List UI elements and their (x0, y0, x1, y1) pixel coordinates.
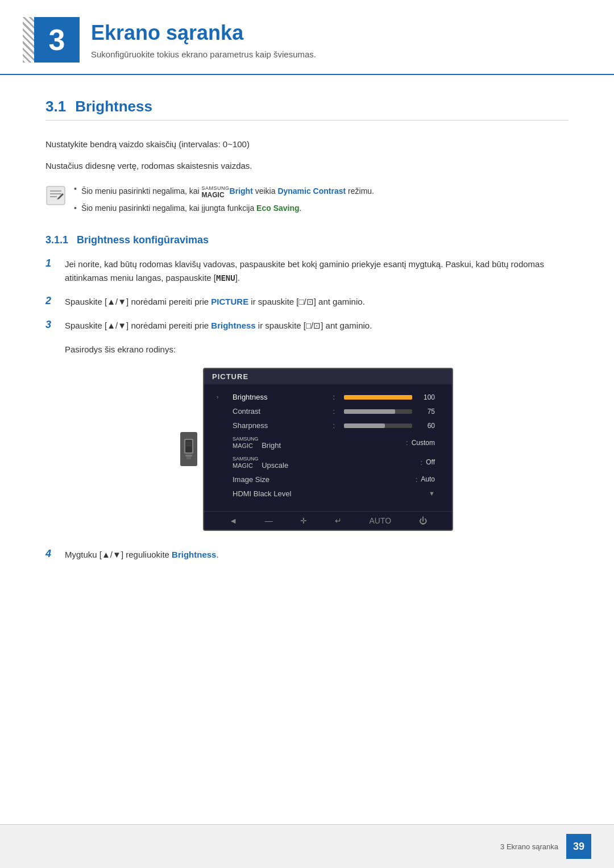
menu-label-brightness: Brightness (233, 393, 329, 401)
page-header: 3 Ekrano sąranka Sukonfigūruokite tokius… (0, 0, 614, 75)
step-text-1: Jei norite, kad būtų rodomas klavišų vad… (65, 258, 569, 285)
bright-label: Bright (262, 441, 281, 450)
monitor-icon-svg (183, 438, 194, 460)
brightness-bar-fill (344, 395, 412, 400)
step-number-2: 2 (45, 295, 57, 307)
footer-chapter-name: 3 Ekrano sąranka (500, 842, 558, 851)
monitor-bottom-bar: ◄ — ✛ ↵ AUTO ⏻ (204, 511, 452, 530)
eco-saving-highlight: Eco Saving (256, 203, 299, 213)
chapter-subtitle: Sukonfigūruokite tokius ekrano parametru… (91, 49, 580, 59)
magic-bright-value: Custom (412, 439, 435, 447)
main-content: 3.1 Brightness Nustatykite bendrą vaizdo… (0, 98, 614, 562)
note-lines: • Šio meniu pasirinkti negalima, kai SAM… (74, 184, 569, 217)
menu-row-magic-upscale: SAMSUNG MAGIC Upscale : Off (204, 452, 452, 472)
samsung-text-2: SAMSUNG MAGIC (233, 455, 259, 469)
menu-row-hdmi: HDMI Black Level ▼ (204, 487, 452, 501)
menu-key: MENU (216, 273, 235, 283)
brightness-value: 100 (418, 393, 435, 401)
bottom-icon-power: ⏻ (419, 516, 427, 525)
brightness-highlight-step4: Brightness (172, 550, 216, 559)
sharpness-value: 60 (418, 422, 435, 430)
bright-highlight: Bright (230, 186, 253, 196)
image-size-value: Auto (421, 475, 435, 483)
chapter-title-block: Ekrano sąranka Sukonfigūruokite tokius e… (91, 21, 580, 59)
svg-rect-5 (185, 440, 192, 452)
samsung-text: SAMSUNG MAGIC (233, 435, 259, 449)
subsection-title: 3.1.1 Brightness konfigūravimas (45, 234, 569, 246)
colon-magic-bright: : (406, 438, 408, 447)
dynamic-contrast-highlight: Dynamic Contrast (277, 186, 346, 196)
hdmi-down-arrow: ▼ (429, 490, 435, 497)
subsection-number: 3.1.1 (45, 234, 68, 246)
brightness-bar (344, 395, 412, 400)
monitor-side-icon (180, 432, 197, 466)
contrast-value: 75 (418, 408, 435, 416)
monitor-content: › Brightness : 100 Contrast : (204, 384, 452, 506)
menu-arrow-brightness: › (217, 394, 218, 400)
monitor-display: PICTURE › Brightness : 100 Contra (203, 368, 453, 531)
upscale-value: Off (426, 458, 435, 466)
menu-row-magic-bright: SAMSUNG MAGIC Bright : Custom (204, 433, 452, 452)
note-line-2: • Šio meniu pasirinkti negalima, kai įju… (74, 203, 569, 213)
note-line-1: • Šio meniu pasirinkti negalima, kai SAM… (74, 184, 569, 199)
step-number-3: 3 (45, 319, 57, 331)
step-number-1: 1 (45, 258, 57, 269)
note-text-1: Šio meniu pasirinkti negalima, kai SAMSU… (81, 184, 374, 199)
menu-label-magic-upscale: SAMSUNG MAGIC Upscale (233, 455, 417, 470)
sharpness-bar-fill (344, 423, 385, 428)
bottom-icon-enter: ↵ (335, 516, 342, 525)
footer-page-number: 39 (566, 834, 591, 859)
colon-contrast: : (333, 407, 335, 416)
picture-highlight: PICTURE (211, 297, 248, 306)
svg-rect-7 (186, 456, 191, 459)
step-4: 4 Mygtuku [▲/▼] reguliuokite Brightness. (45, 548, 569, 562)
colon-upscale: : (421, 458, 423, 467)
colon-sharpness: : (333, 421, 335, 430)
section-number: 3.1 (45, 98, 66, 115)
section-header: 3.1 Brightness (45, 98, 569, 121)
monitor-screenshot: PICTURE › Brightness : 100 Contra (65, 368, 569, 531)
monitor-titlebar: PICTURE (204, 369, 452, 384)
step-3: 3 Spauskite [▲/▼] norėdami pereiti prie … (45, 319, 569, 333)
chapter-number: 3 (49, 23, 65, 57)
menu-row-image-size: Image Size : Auto (204, 472, 452, 487)
menu-row-sharpness: Sharpness : 60 (204, 418, 452, 433)
bullet-2: • (74, 203, 77, 213)
body-text-1: Nustatykite bendrą vaizdo skaisčių (inte… (45, 138, 569, 151)
bottom-icon-left: ◄ (229, 516, 237, 525)
subsection-title-text: Brightness konfigūravimas (77, 234, 209, 246)
menu-label-sharpness: Sharpness (233, 421, 329, 430)
menu-row-contrast: Contrast : 75 (204, 404, 452, 418)
chapter-number-block: 3 (34, 17, 80, 63)
page-footer: 3 Ekrano sąranka 39 (0, 824, 614, 868)
note-text-2: Šio meniu pasirinkti negalima, kai įjung… (81, 203, 302, 213)
upscale-label: Upscale (262, 461, 288, 470)
step-text-2: Spauskite [▲/▼] norėdami pereiti prie PI… (65, 295, 569, 309)
chapter-title: Ekrano sąranka (91, 21, 580, 45)
step-1: 1 Jei norite, kad būtų rodomas klavišų v… (45, 258, 569, 285)
brightness-highlight-step3: Brightness (211, 321, 255, 330)
bottom-icon-plus: ✛ (300, 516, 307, 525)
step-3-note: Pasirodys šis ekrano rodinys: (65, 343, 569, 356)
section-title: Brightness (75, 98, 152, 115)
step-number-4: 4 (45, 548, 57, 560)
step-text-3: Spauskite [▲/▼] norėdami pereiti prie Br… (65, 319, 569, 333)
samsung-magic-brand: SAMSUNGMAGIC (202, 184, 230, 199)
bullet-1: • (74, 184, 77, 193)
svg-rect-6 (185, 455, 192, 456)
step-2: 2 Spauskite [▲/▼] norėdami pereiti prie … (45, 295, 569, 309)
body-text-2: Nustačius didesnę vertę, rodomas skaiste… (45, 159, 569, 173)
menu-row-brightness: › Brightness : 100 (204, 390, 452, 404)
menu-label-magic-bright: SAMSUNG MAGIC Bright (233, 435, 403, 450)
monitor-wrapper: PICTURE › Brightness : 100 Contra (180, 368, 453, 531)
note-icon (45, 185, 66, 206)
contrast-bar-fill (344, 409, 395, 414)
note-box: • Šio meniu pasirinkti negalima, kai SAM… (45, 184, 569, 217)
bottom-icon-auto: AUTO (369, 516, 391, 525)
bottom-icon-minus: — (265, 516, 273, 525)
step-text-4: Mygtuku [▲/▼] reguliuokite Brightness. (65, 548, 569, 562)
menu-label-image-size: Image Size (233, 475, 412, 484)
colon-image-size: : (416, 475, 418, 484)
contrast-bar (344, 409, 412, 414)
menu-label-hdmi: HDMI Black Level (233, 489, 429, 498)
